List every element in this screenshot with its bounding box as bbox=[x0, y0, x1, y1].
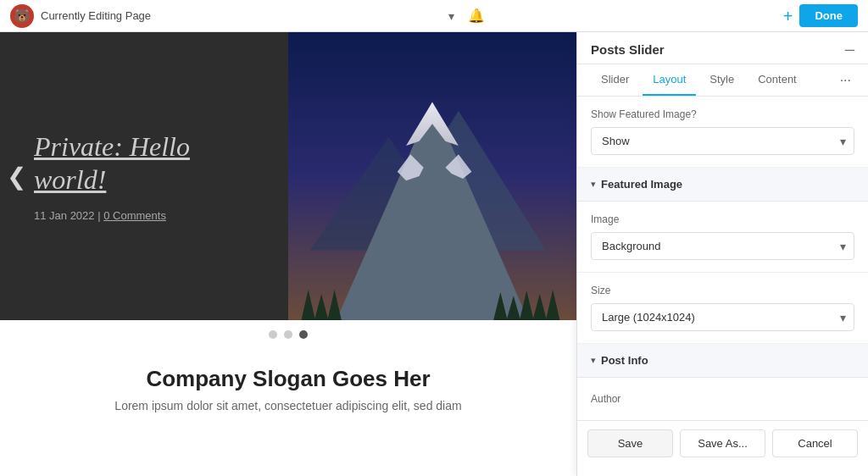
slide-right bbox=[288, 32, 576, 320]
slide-meta: 11 Jan 2022 | 0 Comments bbox=[34, 209, 254, 222]
show-featured-image-section: Show Featured Image? Show Hide bbox=[577, 97, 868, 168]
slider-dots bbox=[0, 320, 576, 349]
featured-image-header[interactable]: ▾ Featured Image bbox=[577, 168, 868, 202]
panel-header: Posts Slider ─ bbox=[577, 32, 868, 64]
top-bar: 🐻 Currently Editing Page ▾ 🔔 + Done bbox=[0, 0, 868, 32]
image-select-wrapper: Background Thumbnail None bbox=[591, 232, 854, 260]
show-featured-image-label: Show Featured Image? bbox=[591, 108, 854, 120]
size-label: Size bbox=[591, 285, 854, 296]
page-headline: Company Slogan Goes Her bbox=[34, 366, 542, 392]
post-info-title: Post Info bbox=[601, 354, 648, 367]
image-select[interactable]: Background Thumbnail None bbox=[591, 232, 854, 260]
tab-more-icon[interactable]: ··· bbox=[837, 66, 854, 95]
collapse-icon-featured: ▾ bbox=[591, 179, 596, 190]
slide-date: 11 Jan 2022 bbox=[34, 209, 95, 222]
bell-icon[interactable]: 🔔 bbox=[468, 8, 485, 24]
mountain-svg bbox=[288, 32, 576, 320]
size-select[interactable]: Large (1024x1024) Medium (300x300) Thumb… bbox=[591, 303, 854, 331]
dot-2[interactable] bbox=[284, 330, 292, 339]
right-panel: Posts Slider ─ Slider Layout Style Conte… bbox=[576, 32, 868, 476]
dot-1[interactable] bbox=[269, 330, 277, 339]
logo-bear: 🐻 bbox=[10, 4, 34, 28]
show-featured-image-select-wrapper: Show Hide bbox=[591, 127, 854, 155]
image-section: Image Background Thumbnail None bbox=[577, 202, 868, 273]
minimize-icon[interactable]: ─ bbox=[845, 43, 854, 57]
slider-section: Private: Hello world! 11 Jan 2022 | 0 Co… bbox=[0, 32, 576, 320]
post-info-section: Author bbox=[577, 378, 868, 420]
done-button[interactable]: Done bbox=[799, 4, 858, 27]
size-section: Size Large (1024x1024) Medium (300x300) … bbox=[577, 273, 868, 344]
slide: Private: Hello world! 11 Jan 2022 | 0 Co… bbox=[0, 32, 576, 320]
add-button[interactable]: + bbox=[783, 8, 793, 25]
tab-content[interactable]: Content bbox=[748, 64, 807, 96]
chevron-down-icon[interactable]: ▾ bbox=[448, 9, 454, 23]
panel-title: Posts Slider bbox=[591, 42, 665, 57]
currently-editing-label: Currently Editing Page bbox=[41, 9, 151, 22]
top-bar-right: + Done bbox=[783, 4, 858, 27]
slide-left: Private: Hello world! 11 Jan 2022 | 0 Co… bbox=[0, 32, 288, 320]
image-label: Image bbox=[591, 213, 854, 225]
collapse-icon-post-info: ▾ bbox=[591, 355, 596, 366]
post-info-header[interactable]: ▾ Post Info bbox=[577, 344, 868, 378]
main-area: Private: Hello world! 11 Jan 2022 | 0 Co… bbox=[0, 32, 868, 476]
featured-image-title: Featured Image bbox=[601, 178, 682, 191]
slide-comments-link[interactable]: 0 Comments bbox=[103, 209, 166, 222]
top-bar-center: ▾ 🔔 bbox=[448, 8, 485, 24]
show-featured-image-select[interactable]: Show Hide bbox=[591, 127, 854, 155]
top-bar-left: 🐻 Currently Editing Page bbox=[10, 4, 151, 28]
canvas: Private: Hello world! 11 Jan 2022 | 0 Co… bbox=[0, 32, 576, 476]
tab-style[interactable]: Style bbox=[699, 64, 744, 96]
panel-tabs: Slider Layout Style Content ··· bbox=[577, 64, 868, 97]
slide-title: Private: Hello world! bbox=[34, 130, 254, 196]
size-select-wrapper: Large (1024x1024) Medium (300x300) Thumb… bbox=[591, 303, 854, 331]
panel-actions: Save Save As... Cancel bbox=[577, 420, 868, 466]
tab-layout[interactable]: Layout bbox=[643, 64, 696, 96]
page-body: Company Slogan Goes Her Lorem ipsum dolo… bbox=[0, 349, 576, 429]
save-button[interactable]: Save bbox=[587, 429, 673, 457]
tab-slider[interactable]: Slider bbox=[591, 64, 639, 96]
author-label: Author bbox=[591, 390, 854, 408]
save-as-button[interactable]: Save As... bbox=[680, 429, 765, 457]
page-subtext: Lorem ipsum dolor sit amet, consectetuer… bbox=[34, 399, 542, 412]
bear-emoji: 🐻 bbox=[14, 8, 31, 24]
dot-3[interactable] bbox=[299, 330, 308, 339]
cancel-button[interactable]: Cancel bbox=[772, 429, 858, 457]
panel-content: Show Featured Image? Show Hide ▾ Feature… bbox=[577, 97, 868, 420]
slide-prev-arrow[interactable]: ❮ bbox=[7, 163, 26, 191]
